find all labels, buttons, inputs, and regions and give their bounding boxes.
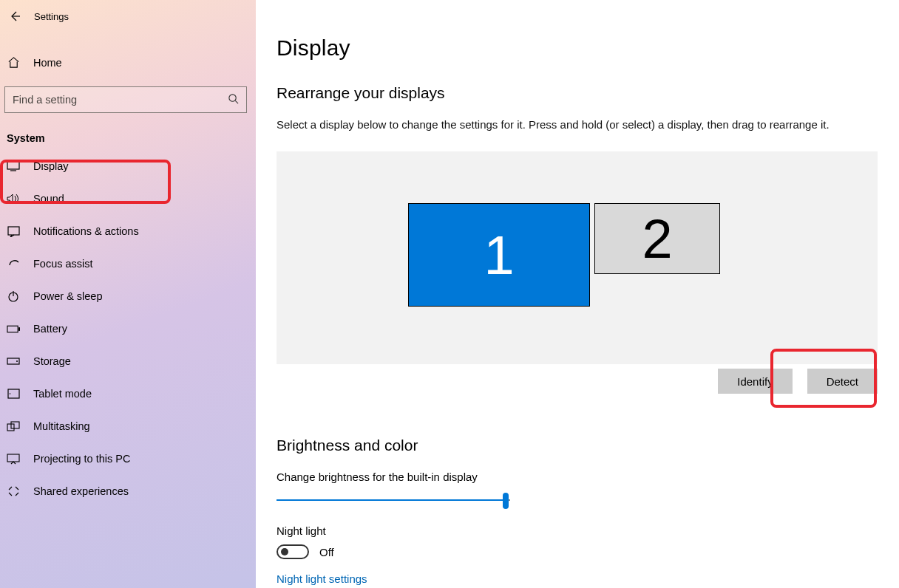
brightness-label: Change brightness for the built-in displ… — [277, 471, 878, 483]
focus-assist-icon — [7, 258, 20, 270]
toggle-knob — [281, 548, 288, 555]
sidebar-item-label: Battery — [33, 323, 67, 335]
svg-rect-15 — [11, 422, 19, 428]
sidebar-item-label: Projecting to this PC — [33, 453, 130, 465]
display-monitor-2[interactable]: 2 — [594, 203, 720, 274]
search-icon — [228, 93, 239, 106]
sidebar-item-battery[interactable]: Battery — [0, 312, 256, 345]
display-monitor-1[interactable]: 1 — [408, 203, 590, 307]
nav-home[interactable]: Home — [0, 46, 256, 79]
detect-button[interactable]: Detect — [807, 369, 878, 394]
night-light-toggle-state: Off — [319, 546, 334, 558]
sidebar-item-label: Focus assist — [33, 258, 93, 270]
search-input[interactable] — [13, 94, 205, 106]
slider-fill — [277, 499, 506, 501]
sidebar-item-projecting[interactable]: Projecting to this PC — [0, 442, 256, 475]
svg-point-13 — [9, 393, 10, 394]
main-content: Display Rearrange your displays Select a… — [256, 0, 899, 588]
sidebar-item-label: Notifications & actions — [33, 225, 139, 237]
titlebar-title: Settings — [34, 11, 69, 22]
svg-point-1 — [229, 95, 236, 101]
page-title: Display — [277, 35, 878, 61]
nav-home-label: Home — [33, 57, 62, 69]
storage-icon — [7, 358, 20, 365]
display-icon — [7, 161, 20, 171]
power-icon — [7, 290, 20, 302]
svg-rect-8 — [7, 326, 18, 332]
shared-icon — [7, 485, 20, 497]
sidebar-item-storage[interactable]: Storage — [0, 345, 256, 377]
sound-icon — [7, 193, 20, 205]
identify-button[interactable]: Identify — [718, 369, 792, 394]
svg-rect-16 — [7, 454, 19, 462]
sidebar-item-focus-assist[interactable]: Focus assist — [0, 247, 256, 280]
sidebar-item-notifications[interactable]: Notifications & actions — [0, 215, 256, 247]
projecting-icon — [7, 454, 20, 465]
sidebar-item-label: Tablet mode — [33, 388, 92, 400]
back-arrow-icon[interactable] — [9, 10, 21, 22]
sidebar-item-sound[interactable]: Sound — [0, 182, 256, 215]
sidebar-item-display[interactable]: Display — [0, 150, 256, 182]
sidebar-item-label: Display — [33, 160, 69, 172]
notifications-icon — [7, 226, 20, 237]
rearrange-helper: Select a display below to change the set… — [277, 118, 878, 131]
night-light-toggle[interactable] — [277, 544, 309, 559]
sidebar-item-label: Storage — [33, 355, 71, 367]
search-box[interactable] — [4, 86, 247, 113]
svg-rect-3 — [7, 162, 19, 169]
brightness-slider[interactable] — [277, 492, 510, 510]
svg-rect-9 — [18, 327, 20, 331]
titlebar: Settings — [0, 6, 256, 30]
sidebar-item-label: Sound — [33, 193, 64, 205]
battery-icon — [7, 325, 20, 333]
sidebar-item-shared-experiences[interactable]: Shared experiences — [0, 475, 256, 507]
sidebar-item-multitasking[interactable]: Multitasking — [0, 410, 256, 442]
sidebar-item-tablet-mode[interactable]: Tablet mode — [0, 377, 256, 410]
home-icon — [7, 56, 20, 69]
display-arrange-area: 1 2 Identify Detect — [277, 151, 878, 364]
svg-point-11 — [16, 360, 18, 362]
night-light-settings-link[interactable]: Night light settings — [277, 572, 878, 585]
brightness-heading: Brightness and color — [277, 437, 878, 454]
night-light-label: Night light — [277, 524, 878, 537]
svg-rect-5 — [8, 227, 19, 235]
sidebar-item-label: Multitasking — [33, 420, 90, 432]
svg-line-2 — [235, 100, 238, 103]
tablet-icon — [7, 389, 20, 399]
settings-sidebar: Settings Home System Display Sound Notif… — [0, 0, 256, 588]
sidebar-item-label: Shared experiences — [33, 485, 129, 497]
sidebar-item-label: Power & sleep — [33, 290, 103, 302]
rearrange-heading: Rearrange your displays — [277, 84, 878, 102]
slider-thumb[interactable] — [503, 493, 509, 509]
sidebar-item-power-sleep[interactable]: Power & sleep — [0, 280, 256, 312]
nav-section-header: System — [0, 113, 256, 150]
multitasking-icon — [7, 421, 20, 431]
